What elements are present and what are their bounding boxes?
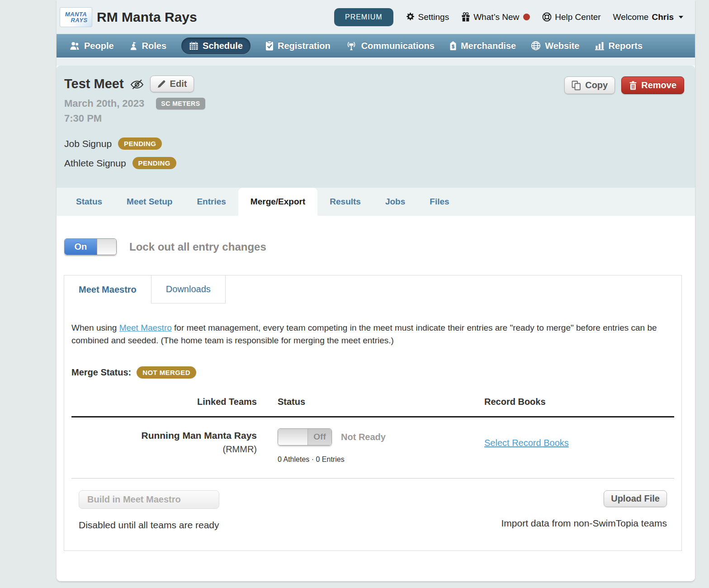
team-name: Running Man Manta Rays: [71, 430, 257, 441]
caret-down-icon: [679, 16, 683, 19]
user-name: Chris: [652, 12, 674, 22]
calendar-icon: [189, 41, 199, 50]
header-utility-nav: PREMIUM Settings What’s New Help Center: [334, 8, 683, 26]
meet-tabs: Status Meet Setup Entries Merge/Export R…: [57, 188, 695, 216]
toggle-off-label: Off: [308, 429, 331, 445]
welcome-label: Welcome: [613, 12, 649, 22]
column-record-books: Record Books: [463, 397, 674, 417]
primary-nav: People Roles Schedule Registration Commu…: [57, 34, 695, 57]
bar-chart-icon: [595, 41, 605, 50]
nav-label: Website: [545, 41, 579, 51]
roles-icon: [129, 41, 138, 51]
whats-new-menu-item[interactable]: What’s New: [461, 12, 530, 22]
ready-toggle[interactable]: Off: [278, 428, 332, 446]
nav-item-people[interactable]: People: [69, 41, 114, 51]
team-logo[interactable]: MANTA RAYS: [60, 7, 92, 27]
merge-status-badge: NOT MERGED: [137, 366, 196, 379]
nav-label: Reports: [609, 41, 643, 51]
upload-file-button[interactable]: Upload File: [604, 490, 667, 507]
gift-icon: [461, 12, 470, 22]
trash-icon: [629, 81, 637, 90]
tab-files[interactable]: Files: [417, 188, 461, 216]
merge-subtabs: Meet Maestro Downloads: [64, 275, 681, 303]
tab-merge-export[interactable]: Merge/Export: [238, 188, 317, 216]
svg-text:$: $: [452, 44, 454, 49]
tab-meet-setup[interactable]: Meet Setup: [114, 188, 184, 216]
pencil-icon: [157, 80, 166, 88]
merge-export-panel: On Lock out all entry changes Meet Maest…: [57, 216, 695, 581]
eye-slash-icon: [130, 78, 144, 90]
team-code: (RMMR): [71, 444, 257, 455]
merge-status-label: Merge Status:: [71, 367, 131, 378]
toggle-knob: [97, 239, 116, 255]
copy-label: Copy: [585, 80, 608, 90]
copy-meet-button[interactable]: Copy: [564, 76, 615, 94]
table-header-row: Linked Teams Status Record Books: [71, 397, 674, 417]
clipboard-check-icon: [265, 41, 274, 51]
linked-teams-table: Linked Teams Status Record Books Running…: [71, 397, 674, 479]
meet-title: Test Meet: [64, 76, 124, 91]
subtab-meet-maestro[interactable]: Meet Maestro: [64, 275, 151, 303]
lockout-label: Lock out all entry changes: [129, 241, 266, 253]
athlete-signup-status-badge: PENDING: [132, 157, 176, 169]
nav-label: Roles: [142, 41, 166, 51]
app-header: MANTA RAYS RM Manta Rays PREMIUM Setting…: [57, 0, 695, 34]
course-badge: SC METERS: [156, 98, 205, 109]
job-signup-label: Job Signup: [64, 138, 112, 149]
notification-dot: [523, 14, 530, 20]
meet-date: March 20th, 2023: [64, 98, 144, 109]
nav-item-schedule[interactable]: Schedule: [181, 38, 251, 54]
user-menu[interactable]: Welcome Chris: [613, 12, 683, 22]
remove-meet-button[interactable]: Remove: [621, 76, 684, 94]
help-center-label: Help Center: [555, 12, 600, 22]
spacer: [57, 57, 695, 66]
people-icon: [69, 41, 80, 51]
edit-meet-button[interactable]: Edit: [150, 76, 194, 92]
build-in-meet-maestro-button[interactable]: Build in Meet Maestro: [79, 490, 219, 509]
logo-text-line2: RAYS: [71, 17, 87, 23]
broadcast-icon: [345, 41, 357, 51]
nav-item-roles[interactable]: Roles: [129, 41, 166, 51]
entry-counts: 0 Athletes · 0 Entries: [278, 455, 463, 464]
select-record-books-link[interactable]: Select Record Books: [484, 438, 569, 448]
nav-item-merchandise[interactable]: $ Merchandise: [449, 41, 516, 51]
toggle-knob: [278, 429, 308, 445]
build-disabled-note: Disabled until all teams are ready: [79, 520, 219, 531]
logo-text-line1: MANTA: [65, 11, 87, 17]
description-before: When using: [71, 323, 119, 332]
nav-item-reports[interactable]: Reports: [595, 41, 643, 51]
upload-note: Import data from non-SwimTopia teams: [501, 518, 667, 529]
tab-jobs[interactable]: Jobs: [373, 188, 417, 216]
tab-entries[interactable]: Entries: [184, 188, 238, 216]
ready-status-text: Not Ready: [341, 432, 386, 442]
meet-maestro-link[interactable]: Meet Maestro: [119, 323, 172, 332]
nav-item-registration[interactable]: Registration: [265, 41, 331, 51]
job-signup-status-badge: PENDING: [118, 138, 162, 150]
subtab-downloads[interactable]: Downloads: [151, 275, 226, 303]
help-center-menu-item[interactable]: Help Center: [542, 12, 600, 22]
nav-label: People: [84, 41, 114, 51]
meet-maestro-section: Meet Maestro Downloads When using Meet M…: [64, 275, 682, 551]
whats-new-label: What’s New: [473, 12, 519, 22]
meet-time: 7:30 PM: [64, 113, 144, 124]
settings-label: Settings: [418, 12, 449, 22]
meet-header-card: Test Meet Edit Copy: [57, 66, 695, 188]
nav-label: Merchandise: [461, 41, 516, 51]
tab-results[interactable]: Results: [317, 188, 373, 216]
nav-item-website[interactable]: Website: [531, 41, 579, 51]
nav-label: Communications: [361, 41, 435, 51]
lockout-toggle[interactable]: On: [64, 238, 117, 255]
remove-label: Remove: [641, 80, 676, 90]
gear-icon: [406, 12, 415, 22]
lifebuoy-icon: [542, 12, 552, 22]
column-status: Status: [257, 397, 463, 417]
edit-label: Edit: [170, 79, 187, 89]
nav-label: Schedule: [203, 41, 243, 51]
settings-menu-item[interactable]: Settings: [406, 12, 449, 22]
team-name-title: RM Manta Rays: [97, 9, 197, 25]
column-linked-teams: Linked Teams: [71, 397, 257, 417]
nav-item-communications[interactable]: Communications: [345, 41, 435, 51]
tab-status[interactable]: Status: [64, 188, 114, 216]
maestro-description: When using Meet Maestro for meet managem…: [71, 322, 674, 346]
premium-button[interactable]: PREMIUM: [334, 8, 393, 26]
